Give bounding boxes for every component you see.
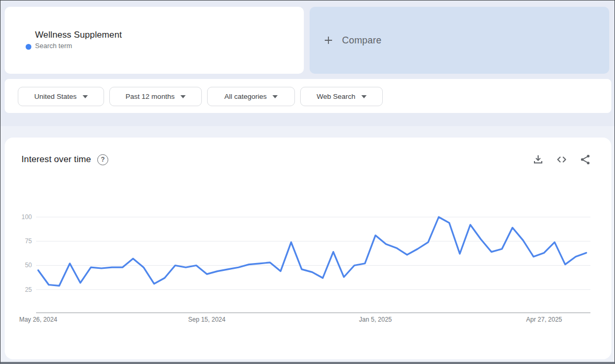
search-term-title: Wellness Supplement bbox=[35, 30, 122, 40]
section-title: Interest over time bbox=[21, 154, 91, 165]
x-axis-tick-label: Sep 15, 2024 bbox=[188, 316, 226, 323]
search-term-subtitle: Search term bbox=[35, 42, 122, 50]
series-color-dot bbox=[26, 44, 31, 50]
time-range-filter-label: Past 12 months bbox=[126, 93, 175, 100]
download-icon[interactable] bbox=[532, 153, 544, 166]
y-axis-tick-label: 100 bbox=[21, 213, 32, 221]
y-axis-tick-label: 75 bbox=[25, 237, 32, 245]
interest-over-time-card: Interest over time ? bbox=[5, 138, 611, 359]
chevron-down-icon bbox=[180, 95, 186, 98]
trend-line[interactable] bbox=[38, 217, 586, 286]
x-axis-tick-label: May 26, 2024 bbox=[19, 316, 58, 323]
share-icon[interactable] bbox=[579, 153, 591, 166]
plus-icon bbox=[324, 36, 333, 45]
google-trends-page: Wellness Supplement Search term Compare … bbox=[0, 0, 615, 364]
help-icon[interactable]: ? bbox=[97, 154, 108, 165]
chevron-down-icon bbox=[272, 95, 278, 98]
chevron-down-icon bbox=[83, 95, 88, 98]
region-filter-label: United States bbox=[34, 93, 76, 100]
chevron-down-icon bbox=[361, 95, 367, 98]
x-axis-tick-label: Jan 5, 2025 bbox=[359, 316, 392, 323]
time-range-filter-dropdown[interactable]: Past 12 months bbox=[109, 87, 202, 106]
compare-label: Compare bbox=[342, 35, 381, 46]
y-axis-tick-label: 50 bbox=[25, 261, 32, 269]
filters-bar: United States Past 12 months All categor… bbox=[5, 79, 611, 113]
search-type-filter-dropdown[interactable]: Web Search bbox=[300, 87, 383, 106]
category-filter-label: All categories bbox=[224, 93, 267, 100]
interest-over-time-chart[interactable]: 255075100May 26, 2024Sep 15, 2024Jan 5, … bbox=[5, 138, 611, 359]
embed-icon[interactable] bbox=[555, 153, 568, 166]
x-axis-tick-label: Apr 27, 2025 bbox=[526, 316, 562, 323]
y-axis-tick-label: 25 bbox=[25, 286, 32, 293]
search-term-card[interactable]: Wellness Supplement Search term bbox=[5, 7, 304, 74]
region-filter-dropdown[interactable]: United States bbox=[18, 87, 104, 106]
add-comparison-button[interactable]: Compare bbox=[310, 7, 609, 74]
search-type-filter-label: Web Search bbox=[316, 93, 355, 100]
category-filter-dropdown[interactable]: All categories bbox=[207, 87, 295, 106]
